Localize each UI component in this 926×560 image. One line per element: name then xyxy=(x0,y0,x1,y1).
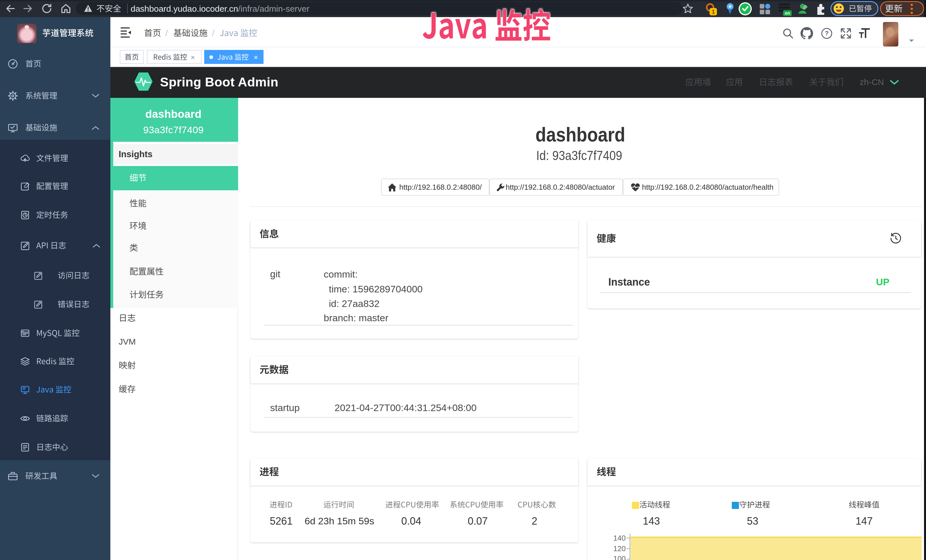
svg-text:1: 1 xyxy=(711,9,715,15)
svg-text:?: ? xyxy=(825,30,828,37)
svg-text:on: on xyxy=(785,11,790,15)
